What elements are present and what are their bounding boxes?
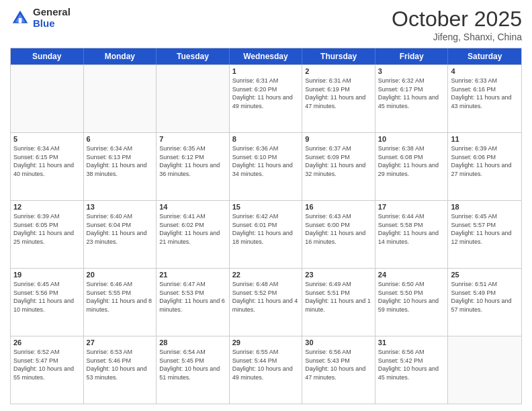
calendar-day-21: 21Sunrise: 6:47 AM Sunset: 5:53 PM Dayli… <box>157 269 230 336</box>
header-day-wednesday: Wednesday <box>230 48 303 64</box>
svg-rect-2 <box>19 18 22 24</box>
day-info: Sunrise: 6:39 AM Sunset: 6:05 PM Dayligh… <box>13 212 81 246</box>
day-info: Sunrise: 6:38 AM Sunset: 6:08 PM Dayligh… <box>378 144 445 178</box>
logo-blue: Blue <box>33 18 71 30</box>
calendar-day-28: 28Sunrise: 6:54 AM Sunset: 5:45 PM Dayli… <box>157 336 230 404</box>
calendar-week-1: 1Sunrise: 6:31 AM Sunset: 6:20 PM Daylig… <box>11 64 521 132</box>
day-info: Sunrise: 6:48 AM Sunset: 5:52 PM Dayligh… <box>232 280 300 314</box>
day-info: Sunrise: 6:53 AM Sunset: 5:46 PM Dayligh… <box>87 348 154 381</box>
calendar-day-7: 7Sunrise: 6:35 AM Sunset: 6:12 PM Daylig… <box>157 133 230 200</box>
calendar-day-4: 4Sunrise: 6:33 AM Sunset: 6:16 PM Daylig… <box>448 65 521 132</box>
calendar-week-2: 5Sunrise: 6:34 AM Sunset: 6:15 PM Daylig… <box>11 132 521 200</box>
calendar-day-29: 29Sunrise: 6:55 AM Sunset: 5:44 PM Dayli… <box>230 336 303 404</box>
day-number: 2 <box>305 67 372 75</box>
calendar-empty-cell <box>157 65 230 132</box>
day-info: Sunrise: 6:34 AM Sunset: 6:13 PM Dayligh… <box>87 144 154 178</box>
month-title: October 2025 <box>392 7 522 32</box>
day-number: 22 <box>232 271 300 279</box>
calendar-day-31: 31Sunrise: 6:56 AM Sunset: 5:42 PM Dayli… <box>375 336 449 404</box>
calendar-day-17: 17Sunrise: 6:44 AM Sunset: 5:58 PM Dayli… <box>375 201 449 268</box>
day-number: 4 <box>451 67 519 75</box>
day-number: 7 <box>159 135 226 143</box>
day-info: Sunrise: 6:45 AM Sunset: 5:56 PM Dayligh… <box>13 280 81 314</box>
day-info: Sunrise: 6:56 AM Sunset: 5:43 PM Dayligh… <box>305 348 372 381</box>
day-number: 29 <box>232 338 300 347</box>
calendar-empty-cell <box>11 65 84 132</box>
calendar-empty-cell <box>84 65 157 132</box>
day-info: Sunrise: 6:39 AM Sunset: 6:06 PM Dayligh… <box>451 144 519 178</box>
location-subtitle: Jifeng, Shanxi, China <box>392 32 522 42</box>
header: General Blue October 2025 Jifeng, Shanxi… <box>10 7 522 42</box>
day-info: Sunrise: 6:54 AM Sunset: 5:45 PM Dayligh… <box>159 348 226 381</box>
calendar-day-3: 3Sunrise: 6:32 AM Sunset: 6:17 PM Daylig… <box>375 65 449 132</box>
day-info: Sunrise: 6:56 AM Sunset: 5:42 PM Dayligh… <box>378 348 445 381</box>
calendar-day-15: 15Sunrise: 6:42 AM Sunset: 6:01 PM Dayli… <box>230 201 303 268</box>
day-info: Sunrise: 6:40 AM Sunset: 6:04 PM Dayligh… <box>87 212 154 246</box>
day-number: 11 <box>451 135 519 143</box>
day-info: Sunrise: 6:41 AM Sunset: 6:02 PM Dayligh… <box>159 212 226 246</box>
logo: General Blue <box>10 7 71 29</box>
calendar-day-30: 30Sunrise: 6:56 AM Sunset: 5:43 PM Dayli… <box>302 336 375 404</box>
day-number: 18 <box>451 203 519 211</box>
header-day-monday: Monday <box>84 48 157 64</box>
calendar-day-9: 9Sunrise: 6:37 AM Sunset: 6:09 PM Daylig… <box>302 133 375 200</box>
calendar-day-16: 16Sunrise: 6:43 AM Sunset: 6:00 PM Dayli… <box>302 201 375 268</box>
day-number: 14 <box>159 203 226 211</box>
calendar-day-22: 22Sunrise: 6:48 AM Sunset: 5:52 PM Dayli… <box>230 269 303 336</box>
header-day-sunday: Sunday <box>11 48 84 64</box>
day-info: Sunrise: 6:51 AM Sunset: 5:49 PM Dayligh… <box>451 280 519 314</box>
day-info: Sunrise: 6:44 AM Sunset: 5:58 PM Dayligh… <box>378 212 445 246</box>
day-info: Sunrise: 6:43 AM Sunset: 6:00 PM Dayligh… <box>305 212 372 246</box>
day-number: 28 <box>159 338 226 347</box>
calendar-week-4: 19Sunrise: 6:45 AM Sunset: 5:56 PM Dayli… <box>11 268 521 336</box>
day-info: Sunrise: 6:55 AM Sunset: 5:44 PM Dayligh… <box>232 348 300 381</box>
day-info: Sunrise: 6:50 AM Sunset: 5:50 PM Dayligh… <box>378 280 445 314</box>
day-info: Sunrise: 6:45 AM Sunset: 5:57 PM Dayligh… <box>451 212 519 246</box>
day-number: 3 <box>378 67 445 75</box>
day-info: Sunrise: 6:31 AM Sunset: 6:19 PM Dayligh… <box>305 77 372 110</box>
day-info: Sunrise: 6:35 AM Sunset: 6:12 PM Dayligh… <box>159 144 226 178</box>
day-number: 1 <box>232 67 300 75</box>
calendar-day-14: 14Sunrise: 6:41 AM Sunset: 6:02 PM Dayli… <box>157 201 230 268</box>
day-number: 19 <box>13 271 81 279</box>
calendar-day-6: 6Sunrise: 6:34 AM Sunset: 6:13 PM Daylig… <box>84 133 157 200</box>
header-day-saturday: Saturday <box>448 48 521 64</box>
calendar-day-5: 5Sunrise: 6:34 AM Sunset: 6:15 PM Daylig… <box>11 133 84 200</box>
header-day-thursday: Thursday <box>302 48 375 64</box>
calendar-day-26: 26Sunrise: 6:52 AM Sunset: 5:47 PM Dayli… <box>11 336 84 404</box>
calendar-day-11: 11Sunrise: 6:39 AM Sunset: 6:06 PM Dayli… <box>448 133 521 200</box>
day-number: 27 <box>87 338 154 347</box>
day-number: 6 <box>87 135 154 143</box>
day-info: Sunrise: 6:37 AM Sunset: 6:09 PM Dayligh… <box>305 144 372 178</box>
calendar-day-20: 20Sunrise: 6:46 AM Sunset: 5:55 PM Dayli… <box>84 269 157 336</box>
day-number: 5 <box>13 135 81 143</box>
calendar-day-12: 12Sunrise: 6:39 AM Sunset: 6:05 PM Dayli… <box>11 201 84 268</box>
day-number: 8 <box>232 135 300 143</box>
logo-icon <box>10 8 30 28</box>
calendar-day-2: 2Sunrise: 6:31 AM Sunset: 6:19 PM Daylig… <box>302 65 375 132</box>
day-number: 31 <box>378 338 445 347</box>
calendar-week-3: 12Sunrise: 6:39 AM Sunset: 6:05 PM Dayli… <box>11 200 521 268</box>
calendar-day-27: 27Sunrise: 6:53 AM Sunset: 5:46 PM Dayli… <box>84 336 157 404</box>
day-info: Sunrise: 6:52 AM Sunset: 5:47 PM Dayligh… <box>13 348 81 381</box>
day-info: Sunrise: 6:34 AM Sunset: 6:15 PM Dayligh… <box>13 144 81 178</box>
title-block: October 2025 Jifeng, Shanxi, China <box>392 7 522 42</box>
day-number: 16 <box>305 203 372 211</box>
calendar-header: SundayMondayTuesdayWednesdayThursdayFrid… <box>11 48 521 64</box>
calendar-week-5: 26Sunrise: 6:52 AM Sunset: 5:47 PM Dayli… <box>11 336 521 404</box>
day-number: 13 <box>87 203 154 211</box>
day-number: 23 <box>305 271 372 279</box>
calendar-day-8: 8Sunrise: 6:36 AM Sunset: 6:10 PM Daylig… <box>230 133 303 200</box>
header-day-friday: Friday <box>375 48 449 64</box>
day-info: Sunrise: 6:32 AM Sunset: 6:17 PM Dayligh… <box>378 77 445 110</box>
day-info: Sunrise: 6:49 AM Sunset: 5:51 PM Dayligh… <box>305 280 372 314</box>
day-info: Sunrise: 6:33 AM Sunset: 6:16 PM Dayligh… <box>451 77 519 110</box>
calendar-day-13: 13Sunrise: 6:40 AM Sunset: 6:04 PM Dayli… <box>84 201 157 268</box>
day-number: 9 <box>305 135 372 143</box>
day-number: 12 <box>13 203 81 211</box>
page: General Blue October 2025 Jifeng, Shanxi… <box>0 0 532 411</box>
calendar-day-25: 25Sunrise: 6:51 AM Sunset: 5:49 PM Dayli… <box>448 269 521 336</box>
calendar-body: 1Sunrise: 6:31 AM Sunset: 6:20 PM Daylig… <box>11 64 521 404</box>
calendar-day-10: 10Sunrise: 6:38 AM Sunset: 6:08 PM Dayli… <box>375 133 449 200</box>
calendar-day-1: 1Sunrise: 6:31 AM Sunset: 6:20 PM Daylig… <box>230 65 303 132</box>
